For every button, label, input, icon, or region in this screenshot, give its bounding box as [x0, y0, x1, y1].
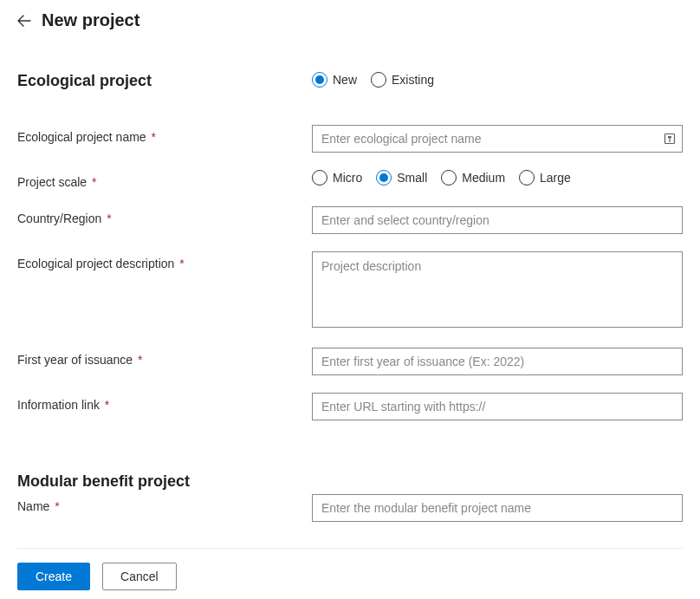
- card-icon: [664, 133, 676, 145]
- radio-option-medium[interactable]: Medium: [441, 170, 505, 186]
- ecological-project-section: Ecological project New Existing Ecologic…: [17, 72, 683, 420]
- project-name-input[interactable]: [312, 125, 683, 153]
- info-link-input[interactable]: [312, 393, 683, 420]
- label-country-region: Country/Region *: [17, 206, 312, 225]
- back-arrow-icon[interactable]: [17, 14, 31, 28]
- label-project-description: Ecological project description *: [17, 251, 312, 270]
- label-project-scale: Project scale *: [17, 170, 312, 189]
- radio-option-small[interactable]: Small: [376, 170, 427, 186]
- radio-circle-icon: [312, 72, 327, 88]
- radio-option-existing[interactable]: Existing: [371, 72, 434, 88]
- radio-circle-icon: [312, 170, 327, 186]
- radio-label: New: [333, 73, 357, 87]
- radio-circle-icon: [519, 170, 535, 186]
- page-header: New project: [17, 10, 683, 30]
- svg-rect-1: [668, 136, 671, 139]
- modular-name-input[interactable]: [312, 494, 683, 522]
- required-indicator: *: [148, 130, 156, 144]
- section-title-ecological: Ecological project: [17, 72, 312, 90]
- required-indicator: *: [51, 499, 59, 513]
- label-first-year: First year of issuance *: [17, 348, 312, 367]
- first-year-input[interactable]: [312, 348, 683, 375]
- label-project-name: Ecological project name *: [17, 125, 312, 144]
- cancel-button[interactable]: Cancel: [102, 563, 177, 590]
- radio-label: Small: [397, 171, 427, 185]
- required-indicator: *: [176, 257, 184, 270]
- radio-option-micro[interactable]: Micro: [312, 170, 362, 186]
- radio-option-large[interactable]: Large: [519, 170, 571, 186]
- page-title: New project: [42, 10, 139, 30]
- section-title-modular: Modular benefit project: [17, 472, 683, 491]
- project-scale-radio-group: Micro Small Medium Large: [312, 170, 683, 186]
- country-region-input[interactable]: [312, 206, 683, 234]
- radio-circle-icon: [441, 170, 457, 186]
- radio-circle-icon: [371, 72, 386, 88]
- project-type-radio-group: New Existing: [312, 72, 683, 88]
- project-description-textarea[interactable]: [312, 251, 683, 328]
- create-button[interactable]: Create: [17, 563, 90, 590]
- radio-label: Existing: [392, 73, 434, 87]
- required-indicator: *: [101, 398, 109, 412]
- footer-buttons: Create Cancel: [17, 563, 683, 590]
- required-indicator: *: [134, 353, 142, 367]
- radio-label: Medium: [462, 171, 505, 185]
- required-indicator: *: [103, 212, 111, 225]
- radio-option-new[interactable]: New: [312, 72, 357, 88]
- required-indicator: *: [88, 175, 96, 189]
- radio-label: Micro: [333, 171, 362, 185]
- modular-benefit-section: Modular benefit project Name *: [17, 472, 683, 522]
- label-modular-name: Name *: [17, 494, 312, 513]
- radio-circle-icon: [376, 170, 392, 186]
- footer-divider: [17, 548, 683, 549]
- radio-label: Large: [540, 171, 571, 185]
- label-info-link: Information link *: [17, 393, 312, 412]
